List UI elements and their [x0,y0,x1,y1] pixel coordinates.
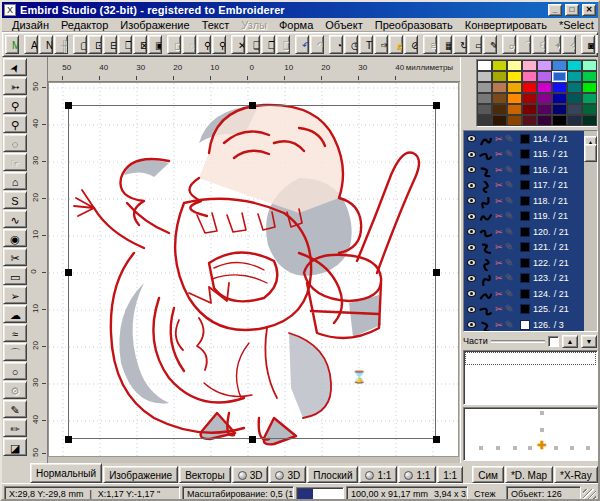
maximize-button[interactable]: □ [565,4,579,16]
visibility-eye-icon[interactable] [467,197,476,204]
color-swatch[interactable] [582,93,597,104]
visibility-eye-icon[interactable] [467,306,476,313]
zoom-in-button[interactable]: ⚲ [197,35,211,54]
rotate-button[interactable]: ↻ [453,35,467,54]
layer-row[interactable]: ✂✎125./ 21 [464,302,597,318]
visibility-eye-icon[interactable] [467,259,476,266]
color-swatch[interactable] [552,93,567,104]
arc-tool-button[interactable]: ⌒ [3,343,27,361]
color-swatch[interactable] [567,93,582,104]
selection-handle[interactable] [249,102,256,109]
undo-button[interactable]: ↶ [295,35,309,54]
menu-item-конвертировать[interactable]: Конвертировать [459,19,553,31]
canvas-region[interactable]: 5040302010010203040миллиметры 5040302010… [29,57,460,463]
spool-tool-button[interactable]: ◉ [3,229,27,247]
stopwatch-button[interactable]: ◷ [344,35,358,54]
color-swatch[interactable] [507,115,522,126]
menu-item-изображение[interactable]: Изображение [114,19,195,31]
scroll-down-button[interactable]: ▼ [597,318,598,331]
frame-button[interactable]: ▭ [468,35,482,54]
selection-handle[interactable] [65,102,72,109]
open-recent-button[interactable]: ⊟ [103,35,117,54]
menu-item-преобразовать[interactable]: Преобразовать [369,19,459,31]
color-swatch[interactable] [507,82,522,93]
blob-shape-tool-button[interactable]: ☁ [3,305,27,323]
color-swatch[interactable] [507,71,522,82]
tab-нормальный[interactable]: Нормальный [30,463,102,483]
color-swatch[interactable] [552,115,567,126]
satin-tool-button[interactable]: S [3,191,27,209]
tab--d--map[interactable]: *D. Map [505,466,553,483]
color-swatch[interactable] [552,60,567,71]
color-swatch[interactable] [522,104,537,115]
parts-checkbox[interactable] [548,336,559,347]
selection-handle[interactable] [249,436,256,443]
color-swatch[interactable] [552,71,567,82]
selection-handle[interactable] [433,269,440,276]
menu-item--select[interactable]: *Select [553,19,600,31]
visibility-eye-icon[interactable] [467,321,476,328]
stitch-tool-button[interactable]: ∿ [3,210,27,228]
tab-1-1[interactable]: 1:1 [398,466,436,483]
export-design-button[interactable]: ⊠ [133,35,147,54]
move-to-bottom-button[interactable]: ▼ [581,335,597,348]
menu-item-редактор[interactable]: Редактор [55,19,114,31]
zoom-selection-button[interactable]: ⚲ [212,35,226,54]
move-to-top-button[interactable]: ▲ [562,335,578,348]
color-swatch[interactable] [522,82,537,93]
visibility-eye-icon[interactable] [467,135,476,142]
color-swatch[interactable] [537,93,552,104]
calculator-button[interactable]: ▦ [438,35,452,54]
windows-button[interactable]: ⊞ [596,35,600,54]
menu-item-форма[interactable]: Форма [273,19,319,31]
save-design-button[interactable]: ▣ [148,35,162,54]
layer-row[interactable]: ✂✎119./ 21 [464,209,597,225]
import-design-button[interactable]: ❒ [118,35,132,54]
hoop-button[interactable]: ◙ [581,35,595,54]
lasso-tool-button[interactable]: ◌ [3,134,27,152]
color-swatch[interactable] [582,104,597,115]
color-swatch[interactable] [492,104,507,115]
menu-item-объект[interactable]: Объект [319,19,368,31]
visibility-eye-icon[interactable] [467,182,476,189]
color-swatch[interactable] [477,60,492,71]
color-swatch[interactable] [492,115,507,126]
color-swatch[interactable] [552,104,567,115]
color-swatch[interactable] [477,71,492,82]
fill-shape-tool-button[interactable]: ⌂ [3,172,27,190]
embird-manager-button[interactable]: M [5,35,19,54]
layer-row[interactable]: ✂✎115./ 21 [464,147,597,163]
pen-sparkle-tool-button[interactable]: ✏ [3,419,27,437]
visibility-eye-icon[interactable] [467,213,476,220]
delete-object-button[interactable]: ✕ [231,35,245,54]
new-design-button[interactable]: ▢ [73,35,87,54]
garment-button[interactable]: T [359,35,373,54]
pointer-tool-button[interactable]: ➤ [3,58,27,76]
color-swatch[interactable] [477,104,492,115]
selection-handle[interactable] [433,436,440,443]
color-swatch[interactable] [522,71,537,82]
color-swatch[interactable] [492,60,507,71]
visibility-eye-icon[interactable] [467,151,476,158]
scroll-thumb[interactable] [584,144,597,162]
color-swatch[interactable] [507,93,522,104]
gauge-button[interactable]: ◔ [329,35,343,54]
tab-1-1[interactable]: 1:1 [359,466,397,483]
color-swatch[interactable] [567,104,582,115]
tab-изображение[interactable]: Изображение [103,466,178,483]
color-swatch[interactable] [582,71,597,82]
color-swatch[interactable] [477,82,492,93]
tab-1-1[interactable]: 1:1 [437,466,463,483]
open-design-button[interactable]: ⊡ [88,35,102,54]
visibility-eye-icon[interactable] [467,228,476,235]
copy-button[interactable]: ❐ [261,35,275,54]
color-swatch[interactable] [492,71,507,82]
monogram-tool-button[interactable]: N [39,35,53,54]
color-swatch[interactable] [537,82,552,93]
rect-shape-tool-button[interactable]: ▭ [3,267,27,285]
tab-сим[interactable]: Сим [472,466,504,483]
selection-box[interactable] [68,105,436,439]
layer-row[interactable]: ✂✎124./ 21 [464,286,597,302]
layer-scrollbar[interactable]: ▲▼ [584,131,597,331]
notes-button[interactable]: ✎ [483,35,497,54]
